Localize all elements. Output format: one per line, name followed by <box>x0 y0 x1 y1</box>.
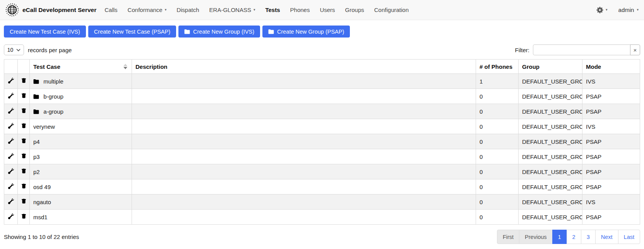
button-label: Create New Group (IVS) <box>193 29 254 35</box>
page-button-1[interactable]: 1 <box>552 230 567 244</box>
test-case-table: Test Case Description # of Phones Group … <box>4 59 640 225</box>
page-button-label: 1 <box>558 234 561 240</box>
filter-input[interactable] <box>533 44 630 55</box>
description-header-label: Description <box>135 63 168 70</box>
nav-item-configuration[interactable]: Configuration <box>369 3 414 16</box>
list-controls: 10 records per page Filter: × <box>4 44 640 55</box>
description-column-header[interactable]: Description <box>132 60 476 74</box>
test-case-column-header[interactable]: Test Case <box>30 60 132 74</box>
page-button-next[interactable]: Next <box>595 230 618 244</box>
user-menu-label: admin <box>618 7 634 13</box>
test-case-cell[interactable]: a-group <box>30 104 132 119</box>
delete-trash-icon[interactable] <box>21 78 26 84</box>
test-case-cell[interactable]: msd1 <box>30 210 132 225</box>
mode-column-header[interactable]: Mode <box>582 60 640 74</box>
test-case-name: p2 <box>33 169 40 175</box>
create-new-test-case-psap-button[interactable]: Create New Test Case (PSAP) <box>88 26 176 38</box>
nav-item-users[interactable]: Users <box>315 3 340 16</box>
group-cell: DEFAULT_USER_GROUP <box>519 89 582 104</box>
group-cell: DEFAULT_USER_GROUP <box>519 119 582 134</box>
nav-item-calls[interactable]: Calls <box>99 3 122 16</box>
page-size-select[interactable]: 10 <box>4 44 24 55</box>
delete-trash-icon[interactable] <box>21 108 26 114</box>
create-new-group-psap-button[interactable]: Create New Group (PSAP) <box>262 26 350 38</box>
nav-item-tests[interactable]: Tests <box>260 3 285 16</box>
mode-cell: IVS <box>582 119 640 134</box>
edit-wrench-icon[interactable] <box>8 153 14 159</box>
settings-menu[interactable]: ▾ <box>596 7 608 14</box>
edit-wrench-icon[interactable] <box>8 78 14 84</box>
test-case-cell[interactable]: ngauto <box>30 194 132 210</box>
page-button-3[interactable]: 3 <box>581 230 596 244</box>
user-menu[interactable]: admin ▾ <box>618 7 639 13</box>
edit-wrench-icon[interactable] <box>8 198 14 204</box>
delete-trash-icon[interactable] <box>21 198 26 204</box>
nav-item-label: Configuration <box>374 7 409 13</box>
page-button-last[interactable]: Last <box>618 230 640 244</box>
delete-trash-icon[interactable] <box>21 123 26 129</box>
mode-cell: PSAP <box>582 104 640 119</box>
test-case-name: msd1 <box>33 214 48 220</box>
nav-item-dispatch[interactable]: Dispatch <box>171 3 204 16</box>
group-cell: DEFAULT_USER_GROUP <box>519 134 582 149</box>
nav-item-label: Conformance <box>128 7 163 13</box>
nav-item-conformance[interactable]: Conformance ▾ <box>123 3 172 16</box>
delete-trash-icon[interactable] <box>21 153 26 159</box>
page-button-first[interactable]: First <box>497 230 519 244</box>
delete-trash-icon[interactable] <box>21 168 26 174</box>
delete-trash-icon[interactable] <box>21 93 26 99</box>
chevron-down-icon: ▾ <box>253 8 255 12</box>
table-row: b-group 0 DEFAULT_USER_GROUP PSAP <box>4 89 640 104</box>
mode-cell: PSAP <box>582 210 640 225</box>
table-row: p2 0 DEFAULT_USER_GROUP PSAP <box>4 164 640 179</box>
test-case-cell[interactable]: b-group <box>30 89 132 104</box>
table-row: p4 0 DEFAULT_USER_GROUP PSAP <box>4 134 640 149</box>
nav-item-era-glonass[interactable]: ERA-GLONASS ▾ <box>204 3 260 16</box>
page-button-2[interactable]: 2 <box>567 230 581 244</box>
nav-item-groups[interactable]: Groups <box>340 3 369 16</box>
description-cell <box>132 149 476 164</box>
test-case-cell[interactable]: p4 <box>30 134 132 149</box>
edit-wrench-icon[interactable] <box>8 138 14 144</box>
phones-column-header[interactable]: # of Phones <box>476 60 519 74</box>
button-label: Create New Test Case (IVS) <box>10 29 80 35</box>
table-row: multiple 1 DEFAULT_USER_GROUP IVS <box>4 74 640 89</box>
edit-column-header <box>4 60 18 74</box>
group-column-header[interactable]: Group <box>519 60 582 74</box>
nav-item-label: Calls <box>104 7 117 13</box>
phones-cell: 0 <box>476 194 519 210</box>
folder-icon <box>184 29 190 34</box>
test-case-cell[interactable]: verynew <box>30 119 132 134</box>
test-case-cell[interactable]: multiple <box>30 74 132 89</box>
folder-icon <box>33 109 39 114</box>
edit-wrench-icon[interactable] <box>8 108 14 114</box>
edit-wrench-icon[interactable] <box>8 213 14 219</box>
edit-wrench-icon[interactable] <box>8 168 14 174</box>
test-case-cell[interactable]: p2 <box>30 164 132 179</box>
test-case-name: verynew <box>33 123 55 130</box>
delete-trash-icon[interactable] <box>21 213 26 219</box>
create-new-test-case-ivs-button[interactable]: Create New Test Case (IVS) <box>4 26 86 38</box>
group-cell: DEFAULT_USER_GROUP <box>519 164 582 179</box>
edit-wrench-icon[interactable] <box>8 183 14 189</box>
page-button-previous[interactable]: Previous <box>519 230 552 244</box>
mode-cell: PSAP <box>582 89 640 104</box>
description-cell <box>132 89 476 104</box>
test-case-cell[interactable]: osd 49 <box>30 179 132 194</box>
phones-cell: 1 <box>476 74 519 89</box>
phones-cell: 0 <box>476 89 519 104</box>
app-brand[interactable]: eCall Development Server <box>5 3 96 17</box>
test-case-cell[interactable]: p3 <box>30 149 132 164</box>
nav-item-phones[interactable]: Phones <box>285 3 315 16</box>
sort-icon <box>123 64 127 69</box>
edit-wrench-icon[interactable] <box>8 93 14 99</box>
filter-controls: Filter: × <box>515 44 641 55</box>
filter-clear-button[interactable]: × <box>630 44 640 55</box>
edit-wrench-icon[interactable] <box>8 123 14 129</box>
delete-trash-icon[interactable] <box>21 183 26 189</box>
create-new-group-ivs-button[interactable]: Create New Group (IVS) <box>178 26 260 38</box>
description-cell <box>132 210 476 225</box>
chevron-down-icon: ▾ <box>606 8 608 12</box>
delete-trash-icon[interactable] <box>21 138 26 144</box>
test-case-name: osd 49 <box>33 184 51 190</box>
